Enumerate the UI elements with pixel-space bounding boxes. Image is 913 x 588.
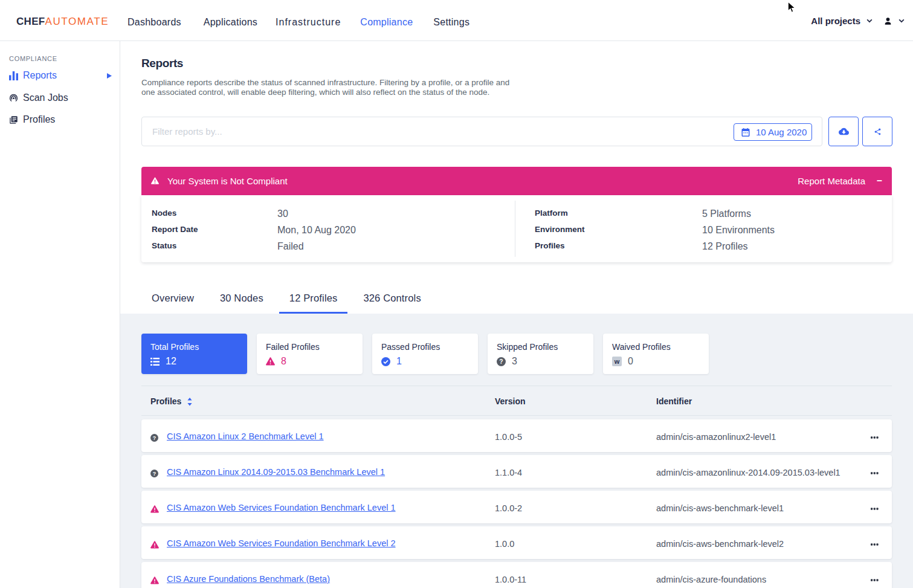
svg-text:w: w: [614, 358, 620, 365]
svg-text:?: ?: [153, 470, 156, 476]
svg-text:?: ?: [499, 358, 503, 365]
svg-text:?: ?: [153, 435, 156, 441]
